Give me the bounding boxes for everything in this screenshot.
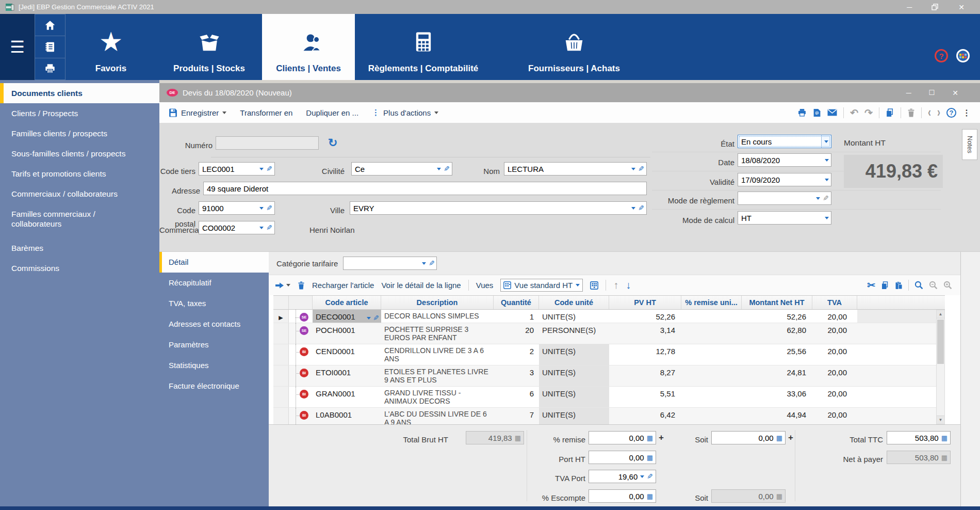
transformer-en-button[interactable]: Transformer en bbox=[240, 108, 292, 117]
cell-remise[interactable] bbox=[681, 344, 742, 365]
cell-quantite[interactable]: 7 bbox=[494, 408, 539, 424]
next-icon[interactable]: › bbox=[937, 105, 940, 120]
doc-maximize-icon[interactable]: ☐ bbox=[929, 89, 935, 97]
tab-statistiques[interactable]: Statistiques bbox=[159, 355, 269, 376]
remise-soit-input[interactable]: 0,00▦ bbox=[711, 431, 786, 444]
dupliquer-en-button[interactable]: Dupliquer en ... bbox=[306, 108, 358, 117]
cell-tva[interactable]: 20,00 bbox=[812, 387, 857, 407]
tab-fournisseurs-achats[interactable]: Fournisseurs | Achats bbox=[492, 14, 657, 80]
cell-quantite[interactable]: 1 bbox=[494, 310, 539, 323]
cell-code-unite[interactable]: UNITE(S) bbox=[539, 344, 609, 365]
cell-remise[interactable] bbox=[681, 365, 742, 386]
sidebar-item-clients-prospects[interactable]: Clients / Prospects bbox=[0, 103, 159, 123]
cell-description[interactable]: POCHETTE SURPRISE 3 EUROS PAR ENFANT bbox=[381, 323, 494, 344]
ville-input[interactable]: EVRY✎ bbox=[350, 201, 647, 215]
mode-calcul-input[interactable]: HT bbox=[738, 211, 831, 225]
date-input[interactable]: 18/08/2020 bbox=[738, 153, 831, 167]
sidebar-item-familles-clients[interactable]: Familles clients / prospects bbox=[0, 123, 159, 144]
tab-recapitulatif[interactable]: Récapitulatif bbox=[159, 273, 269, 293]
total-ttc-input[interactable]: 503,80▦ bbox=[887, 431, 951, 444]
tab-parametres[interactable]: Paramètres bbox=[159, 334, 269, 355]
copy-icon[interactable] bbox=[881, 281, 889, 290]
cell-pv-ht[interactable]: 6,42 bbox=[609, 408, 681, 424]
cell-code-article[interactable]: GRAN0001✎ bbox=[313, 387, 381, 407]
minimize-icon[interactable]: ─ bbox=[907, 3, 912, 11]
cell-code-unite[interactable]: PERSONNE(S) bbox=[539, 323, 609, 344]
cell-tva[interactable]: 20,00 bbox=[812, 365, 857, 386]
col-quantite[interactable]: Quantité bbox=[494, 296, 539, 309]
cell-remise[interactable] bbox=[681, 408, 742, 424]
cell-tva[interactable]: 20,00 bbox=[812, 323, 857, 344]
cell-code-unite[interactable]: UNITE(S) bbox=[539, 310, 609, 323]
table-row[interactable]: BI GRAN0001✎ GRAND LIVRE TISSU - ANIMAUX… bbox=[273, 387, 945, 408]
doc-close-icon[interactable]: ✕ bbox=[952, 89, 958, 97]
validite-input[interactable]: 17/09/2020 bbox=[738, 173, 831, 186]
tab-tva-taxes[interactable]: TVA, taxes bbox=[159, 293, 269, 314]
cell-description[interactable]: GRAND LIVRE TISSU - ANIMAUX DECORS bbox=[381, 387, 494, 407]
cell-quantite[interactable]: 20 bbox=[494, 323, 539, 344]
tab-favoris[interactable]: ★ Favoris bbox=[66, 14, 156, 80]
voir-detail-ligne-button[interactable]: Voir le détail de la ligne bbox=[381, 281, 461, 290]
recharger-article-button[interactable]: Recharger l'article bbox=[312, 281, 374, 290]
col-remise[interactable]: % remise uni... bbox=[681, 296, 742, 309]
refresh-icon[interactable]: ↻ bbox=[328, 136, 337, 150]
cell-tva[interactable]: 20,00 bbox=[812, 344, 857, 365]
adresse-input[interactable]: 49 square Diderot bbox=[203, 182, 647, 195]
col-pv-ht[interactable]: PV HT bbox=[609, 296, 681, 309]
preview-icon[interactable] bbox=[813, 108, 821, 117]
dropdown-icon[interactable] bbox=[821, 135, 831, 148]
sidebar-item-tarifs-promotions[interactable]: Tarifs et promotions clients bbox=[0, 164, 159, 184]
cell-code-unite[interactable]: UNITE(S) bbox=[539, 365, 609, 386]
cell-pv-ht[interactable]: 12,78 bbox=[609, 344, 681, 365]
row-selector[interactable] bbox=[273, 323, 289, 344]
sidebar-item-commissions[interactable]: Commissions bbox=[0, 258, 159, 278]
row-selector[interactable] bbox=[273, 365, 289, 386]
cell-montant-net-ht[interactable]: 52,26 bbox=[742, 310, 812, 323]
cell-montant-net-ht[interactable]: 33,06 bbox=[742, 387, 812, 407]
plus-actions-button[interactable]: ⋮ Plus d'actions bbox=[372, 108, 438, 117]
home-button[interactable] bbox=[35, 14, 66, 36]
cell-code-article[interactable]: POCH0001✎ bbox=[313, 323, 381, 344]
previous-icon[interactable]: ‹ bbox=[928, 105, 931, 120]
cell-code-unite[interactable]: UNITE(S) bbox=[539, 387, 609, 407]
cell-remise[interactable] bbox=[681, 310, 742, 323]
doc-minimize-icon[interactable]: ─ bbox=[906, 89, 911, 97]
search-icon[interactable] bbox=[914, 281, 923, 290]
move-down-icon[interactable]: ↓ bbox=[626, 279, 631, 291]
cut-icon[interactable]: ✂ bbox=[867, 279, 875, 291]
numero-input[interactable] bbox=[216, 136, 319, 150]
cell-description[interactable]: ETOILES ET PLANETES LIVRE 9 ANS ET PLUS bbox=[381, 365, 494, 386]
cell-code-article[interactable]: CEND0001✎ bbox=[313, 344, 381, 365]
row-selector[interactable]: ▶ bbox=[273, 310, 289, 323]
cell-remise[interactable] bbox=[681, 387, 742, 407]
vertical-scrollbar[interactable]: ▲ ▼ bbox=[936, 310, 945, 424]
email-icon[interactable] bbox=[827, 109, 837, 116]
grid-settings-icon[interactable] bbox=[590, 281, 598, 290]
cell-code-unite[interactable]: UNITE(S) bbox=[539, 408, 609, 424]
tab-clients-ventes[interactable]: Clients | Ventes bbox=[262, 14, 355, 80]
save-dropdown-icon[interactable] bbox=[222, 111, 226, 114]
cell-description[interactable]: DECOR BALLONS SIMPLES bbox=[381, 310, 494, 323]
close-icon[interactable]: ✕ bbox=[958, 3, 965, 11]
sidebar-item-sous-familles[interactable]: Sous-familles clients / prospects bbox=[0, 144, 159, 164]
tva-port-input[interactable]: 19,60✎ bbox=[589, 470, 656, 483]
plus-icon[interactable]: + bbox=[788, 433, 793, 443]
col-tva[interactable]: TVA bbox=[812, 296, 857, 309]
restore-icon[interactable] bbox=[932, 4, 939, 10]
commercial-input[interactable]: CO00002✎ bbox=[199, 221, 275, 234]
cell-montant-net-ht[interactable]: 25,56 bbox=[742, 344, 812, 365]
doc-help-icon[interactable]: ? bbox=[946, 108, 956, 118]
tab-adresses-contacts[interactable]: Adresses et contacts bbox=[159, 314, 269, 334]
row-selector[interactable] bbox=[273, 344, 289, 365]
col-code-unite[interactable]: Code unité bbox=[539, 296, 609, 309]
insert-line-button[interactable] bbox=[275, 282, 290, 289]
cell-montant-net-ht[interactable]: 24,81 bbox=[742, 365, 812, 386]
row-selector[interactable] bbox=[273, 387, 289, 407]
dropdown-icon[interactable] bbox=[367, 317, 371, 320]
row-selector[interactable] bbox=[273, 408, 289, 424]
edit-icon[interactable]: ✎ bbox=[373, 314, 379, 322]
calculator-icon[interactable]: ▦ bbox=[647, 435, 653, 441]
dropdown-icon[interactable] bbox=[259, 168, 264, 170]
table-row[interactable]: SE POCH0001✎ POCHETTE SURPRISE 3 EUROS P… bbox=[273, 323, 945, 344]
col-montant-net-ht[interactable]: Montant Net HT bbox=[742, 296, 812, 309]
